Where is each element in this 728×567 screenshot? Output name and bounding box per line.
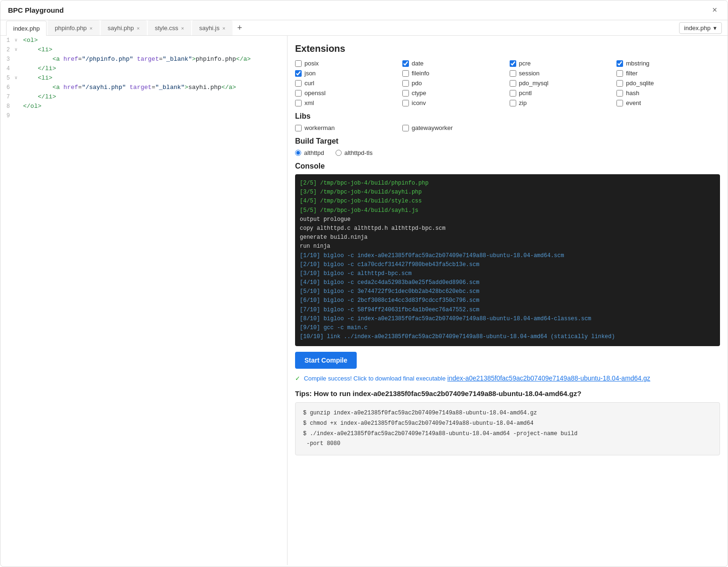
ext-pdo-mysql[interactable]: pdo_mysql bbox=[510, 80, 613, 87]
ext-iconv-checkbox[interactable] bbox=[402, 100, 409, 106]
console-line: [6/10] bigloo -c 2bcf3088c1e4cc3d83f9cdc… bbox=[300, 296, 715, 305]
tab-style-css[interactable]: style.css × bbox=[148, 20, 191, 35]
line-content: <a href="/phpinfo.php" target="_blank">p… bbox=[21, 55, 287, 64]
tab-sayhi-php[interactable]: sayhi.php × bbox=[101, 20, 147, 35]
ext-event-checkbox[interactable] bbox=[616, 100, 623, 106]
ext-json[interactable]: json bbox=[295, 70, 399, 77]
ext-curl-checkbox[interactable] bbox=[295, 80, 302, 87]
ext-session[interactable]: session bbox=[510, 70, 613, 77]
ext-session-checkbox[interactable] bbox=[510, 70, 516, 77]
ext-hash[interactable]: hash bbox=[616, 89, 720, 97]
ext-posix-checkbox[interactable] bbox=[295, 60, 302, 67]
ext-ctype[interactable]: ctype bbox=[402, 89, 506, 97]
target-althttpd[interactable]: althttpd bbox=[295, 149, 324, 156]
console-line: [5/10] bigloo -c 3e744722f9c1dec0bb2ab42… bbox=[300, 287, 715, 296]
tab-close-icon[interactable]: × bbox=[89, 25, 92, 31]
tips-command-1: $ gunzip index-a0e21385f0fac59ac2b07409e… bbox=[303, 408, 712, 419]
ext-pcre-checkbox[interactable] bbox=[510, 60, 516, 67]
tab-label: style.css bbox=[155, 24, 178, 32]
build-target-group: althttpd althttpd-tls bbox=[295, 149, 720, 156]
ext-posix[interactable]: posix bbox=[295, 60, 399, 67]
ext-ctype-checkbox[interactable] bbox=[402, 90, 409, 97]
ext-zip[interactable]: zip bbox=[510, 99, 613, 106]
extensions-grid: posix date pcre mbstring json fileinfo s… bbox=[295, 60, 720, 106]
ext-openssl-checkbox[interactable] bbox=[295, 90, 302, 97]
tab-label: index.php bbox=[13, 25, 40, 32]
tab-close-icon[interactable]: × bbox=[223, 25, 225, 31]
ext-fileinfo[interactable]: fileinfo bbox=[402, 70, 506, 77]
ext-event[interactable]: event bbox=[616, 99, 720, 106]
tab-close-icon[interactable]: × bbox=[136, 25, 139, 31]
target-althttpd-tls[interactable]: althttpd-tls bbox=[336, 149, 373, 156]
main-layout: 1 ∨ <ol> 2 ∨ <li> 3 <a href="/phpinfo.ph… bbox=[0, 36, 728, 565]
fold-icon[interactable]: ∨ bbox=[15, 36, 21, 45]
ext-mbstring-checkbox[interactable] bbox=[616, 60, 623, 67]
ext-xml[interactable]: xml bbox=[295, 99, 399, 106]
ext-filter[interactable]: filter bbox=[616, 70, 720, 77]
check-icon: ✓ bbox=[295, 375, 300, 382]
tab-index-php[interactable]: index.php bbox=[6, 21, 47, 36]
line-content: </li> bbox=[21, 64, 287, 73]
tips-command-2: $ chmod +x index-a0e21385f0fac59ac2b0740… bbox=[303, 419, 712, 429]
ext-fileinfo-checkbox[interactable] bbox=[402, 70, 409, 77]
ext-pcntl[interactable]: pcntl bbox=[510, 89, 613, 97]
line-content: <li> bbox=[21, 45, 287, 55]
fold-icon[interactable]: ∨ bbox=[15, 73, 21, 83]
ext-date[interactable]: date bbox=[402, 60, 506, 67]
ext-hash-checkbox[interactable] bbox=[616, 90, 623, 97]
code-line-6: 6 <a href="/sayhi.php" target="_blank">s… bbox=[0, 83, 287, 92]
ext-pcre[interactable]: pcre bbox=[510, 60, 613, 67]
fold-icon[interactable]: ∨ bbox=[15, 45, 21, 55]
start-compile-button[interactable]: Start Compile bbox=[295, 352, 357, 369]
code-line-7: 7 </li> bbox=[0, 92, 287, 102]
console-line: generate build.ninja bbox=[300, 233, 715, 242]
ext-xml-checkbox[interactable] bbox=[295, 100, 302, 106]
console-line: [3/10] bigloo -c althttpd-bpc.scm bbox=[300, 269, 715, 278]
close-button[interactable]: × bbox=[709, 4, 720, 16]
console-line: [5/5] /tmp/bpc-job-4/build/sayhi.js bbox=[300, 206, 715, 215]
ext-pdo-checkbox[interactable] bbox=[402, 80, 409, 87]
ext-pdo-sqlite-checkbox[interactable] bbox=[616, 80, 623, 87]
fold-icon bbox=[15, 83, 21, 92]
right-pane: Extensions posix date pcre mbstring json… bbox=[288, 36, 728, 565]
ext-date-checkbox[interactable] bbox=[402, 60, 409, 67]
ext-mbstring[interactable]: mbstring bbox=[616, 60, 720, 67]
ext-pdo-mysql-checkbox[interactable] bbox=[510, 80, 516, 87]
fold-icon bbox=[15, 64, 21, 73]
line-number: 7 bbox=[0, 92, 15, 102]
tab-sayhi-js[interactable]: sayhi.js × bbox=[192, 20, 232, 35]
code-line-1: 1 ∨ <ol> bbox=[0, 36, 287, 45]
ext-openssl[interactable]: openssl bbox=[295, 89, 399, 97]
app-title: BPC Playground bbox=[8, 6, 64, 14]
libs-section: Libs workerman gatewayworker bbox=[295, 112, 720, 131]
tab-phpinfo-php[interactable]: phpinfo.php × bbox=[48, 20, 99, 35]
lib-gatewayworker[interactable]: gatewayworker bbox=[402, 124, 506, 131]
target-althttpd-radio[interactable] bbox=[295, 150, 301, 156]
ext-pdo[interactable]: pdo bbox=[402, 80, 506, 87]
ext-pcntl-checkbox[interactable] bbox=[510, 90, 516, 97]
editor-pane[interactable]: 1 ∨ <ol> 2 ∨ <li> 3 <a href="/phpinfo.ph… bbox=[0, 36, 288, 565]
ext-zip-checkbox[interactable] bbox=[510, 100, 516, 106]
target-althttpd-tls-radio[interactable] bbox=[336, 150, 342, 156]
ext-curl[interactable]: curl bbox=[295, 80, 399, 87]
line-number: 5 bbox=[0, 73, 15, 83]
ext-pdo-sqlite[interactable]: pdo_sqlite bbox=[616, 80, 720, 87]
ext-filter-checkbox[interactable] bbox=[616, 70, 623, 77]
tab-add-button[interactable]: + bbox=[233, 21, 246, 35]
line-number: 1 bbox=[0, 36, 15, 45]
download-link[interactable]: index-a0e21385f0fac59ac2b07409e7149a88-u… bbox=[448, 374, 650, 382]
tab-close-icon[interactable]: × bbox=[181, 25, 184, 31]
code-line-2: 2 ∨ <li> bbox=[0, 45, 287, 55]
tab-label: sayhi.php bbox=[108, 24, 134, 32]
build-target-section: Build Target althttpd althttpd-tls bbox=[295, 137, 720, 156]
fold-icon bbox=[15, 55, 21, 64]
ext-json-checkbox[interactable] bbox=[295, 70, 302, 77]
tab-dropdown[interactable]: index.php ▾ bbox=[679, 22, 722, 34]
console-line: [2/10] bigloo -c c1a70cdcf314427f980beb4… bbox=[300, 260, 715, 269]
lib-gatewayworker-checkbox[interactable] bbox=[402, 125, 409, 131]
ext-iconv[interactable]: iconv bbox=[402, 99, 506, 106]
console-line: [8/10] bigloo -c index-a0e21385f0fac59ac… bbox=[300, 315, 715, 324]
lib-workerman-checkbox[interactable] bbox=[295, 125, 302, 131]
code-line-5: 5 ∨ <li> bbox=[0, 73, 287, 83]
lib-workerman[interactable]: workerman bbox=[295, 124, 399, 131]
